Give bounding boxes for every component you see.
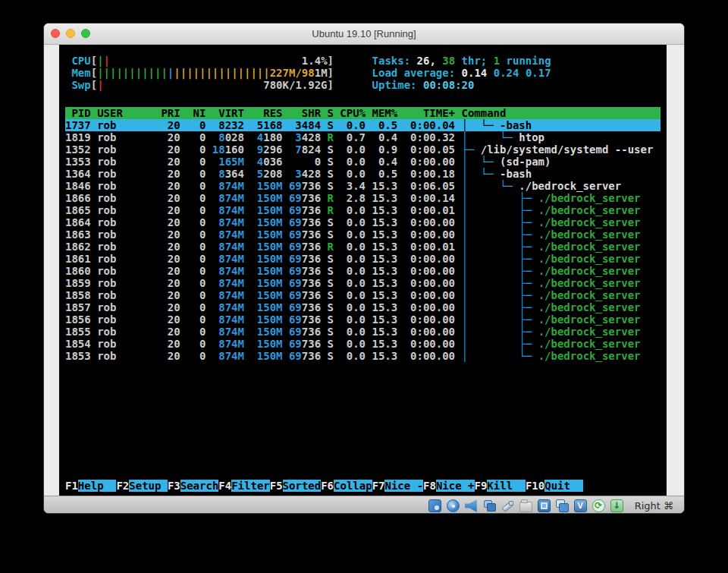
command-text: ./bedrock_server [538,228,641,241]
tree-branch: ├─ [461,143,480,156]
load-average: Load average: 0.14 0.24 0.17 [372,67,551,79]
optical-disc-icon[interactable] [447,499,460,512]
tasks-summary: Tasks: 26, 38 thr; 1 running [372,55,551,67]
command-text: ./bedrock_server [538,192,641,204]
command-text: ./bedrock_server [519,180,621,192]
process-row-1353[interactable]: 1353rob200165M40360S0.00.40:00.00│ └─ (s… [65,156,661,168]
command-text: (sd-pam) [500,156,551,168]
hard-disk-icon[interactable] [428,499,441,512]
column-header-mem[interactable]: MEM% [366,107,397,119]
fkey-f2-setup[interactable]: F2Setup [116,480,167,492]
tree-branch: │ ├─ [461,192,538,204]
command-text: ./bedrock_server [538,313,641,326]
tree-branch: │ ├─ [461,228,538,241]
features-icon[interactable] [574,499,587,512]
recording-icon[interactable] [556,499,569,512]
vm-display-area: CPU[||1.4%]Mem[|||||||||||||||||||||||||… [44,45,684,496]
usb-icon[interactable] [501,499,514,512]
command-text: htop [519,131,544,143]
fkey-f8-nice[interactable]: F8Nice + [423,480,474,492]
process-row-1863[interactable]: 1863rob200874M150M69736S0.015.30:00.00│ … [65,228,661,241]
process-row-1856[interactable]: 1856rob200874M150M69736S0.015.30:00.00│ … [65,313,661,326]
process-row-1859[interactable]: 1859rob200874M150M69736S0.015.30:00.00│ … [65,277,661,289]
process-row-1866[interactable]: 1866rob200874M150M69736R2.815.30:00.14│ … [65,192,661,204]
desktop: Ubuntu 19.10 [Running] CPU[||1.4%]Mem[||… [0,0,728,573]
process-row-1352[interactable]: 1352rob2001816092967824S0.00.90:00.05├─ … [65,143,661,156]
tree-branch: │ ├─ [461,326,538,338]
process-row-1858[interactable]: 1858rob200874M150M69736S0.015.30:00.00│ … [65,289,661,301]
column-header-virt[interactable]: VIRT [206,107,244,119]
htop-header: CPU[||1.4%]Mem[|||||||||||||||||||||||||… [65,55,661,91]
column-header-pri[interactable]: PRI [155,107,180,119]
host-key-label: Right ⌘ [635,500,673,512]
tree-branch: │ ├─ [461,277,538,289]
process-row-1854[interactable]: 1854rob200874M150M69736S0.015.30:00.00│ … [65,338,661,350]
command-text: ./bedrock_server [538,204,641,216]
fkey-f9-kill[interactable]: F9Kill [475,480,526,492]
process-row-1364[interactable]: 1364rob200836452083428S0.00.50:00.18│ └─… [65,168,661,180]
process-row-1846[interactable]: 1846rob200874M150M69736S3.415.30:06.05│ … [65,180,661,192]
process-row-1855[interactable]: 1855rob200874M150M69736S0.015.30:00.00│ … [65,326,661,338]
command-text: ./bedrock_server [538,277,641,289]
uptime: Uptime: 00:08:20 [372,79,551,91]
cpu-meter: CPU[||1.4%] [71,55,334,67]
fkey-f5-sorted[interactable]: F5Sorted [270,480,321,492]
fkey-f7-nice[interactable]: F7Nice - [372,480,423,492]
column-header-user[interactable]: USER [91,107,155,119]
column-header-time[interactable]: TIME+ [397,107,455,119]
function-key-bar: F1Help F2Setup F3SearchF4FilterF5SortedF… [65,480,661,492]
process-row-1819[interactable]: 1819rob200802841803428R0.70.40:00.32│ └─… [65,131,661,143]
window-titlebar[interactable]: Ubuntu 19.10 [Running] [44,24,684,45]
fkey-f1-help[interactable]: F1Help [65,480,116,492]
tree-branch: │ └─ [461,131,519,143]
column-header-res[interactable]: RES [244,107,283,119]
tree-branch: │ ├─ [461,253,538,265]
process-row-1864[interactable]: 1864rob200874M150M69736S0.015.30:00.00│ … [65,216,661,228]
process-row-1853[interactable]: 1853rob200874M150M69736S0.015.30:00.00│ … [65,350,661,362]
column-header-shr[interactable]: SHR [283,107,322,119]
process-row-1857[interactable]: 1857rob200874M150M69736S0.015.30:00.00│ … [65,301,661,313]
mouse-integration-icon[interactable] [592,499,605,512]
command-text: ./bedrock_server [538,326,641,338]
tree-branch: │ └─ [461,168,500,180]
command-text: ./bedrock_server [538,350,641,362]
column-header-pid[interactable]: PID [65,107,91,119]
fkey-f3-search[interactable]: F3Search [168,480,218,492]
meters: CPU[||1.4%]Mem[|||||||||||||||||||||||||… [65,55,334,91]
command-text: -bash [500,119,532,131]
mem-meter: Mem[|||||||||||||||||||||||||||227M/981M… [71,67,334,79]
swp-meter: Swp[|780K/1.92G] [71,79,334,91]
network-icon[interactable] [483,499,496,512]
keyboard-icon[interactable] [610,499,623,512]
fkey-f4-filter[interactable]: F4Filter [218,480,269,492]
fkey-f10-quit[interactable]: F10Quit [526,480,583,492]
column-header-ni[interactable]: NI [180,107,206,119]
process-row-1861[interactable]: 1861rob200874M150M69736S0.015.30:00.00│ … [65,253,661,265]
shared-folders-icon[interactable] [519,502,532,512]
process-row-1860[interactable]: 1860rob200874M150M69736S0.015.30:00.00│ … [65,265,661,277]
column-header-s[interactable]: S [321,107,334,119]
window-title: Ubuntu 19.10 [Running] [44,24,684,44]
tree-branch: │ └─ [461,156,500,168]
process-row-1737[interactable]: 1737rob200823251683484S0.00.50:00.04│ └─… [65,119,661,131]
audio-icon[interactable] [465,499,478,512]
tree-branch: │ ├─ [461,313,538,326]
command-text: -bash [500,168,532,180]
column-header-cpu[interactable]: CPU% [334,107,366,119]
process-row-1865[interactable]: 1865rob200874M150M69736R0.015.30:00.01│ … [65,204,661,216]
process-table-body: 1737rob200823251683484S0.00.50:00.04│ └─… [65,119,661,362]
tree-branch: │ ├─ [461,204,538,216]
tree-branch: │ └─ [461,180,519,192]
htop-terminal: CPU[||1.4%]Mem[|||||||||||||||||||||||||… [59,45,667,496]
column-header-command[interactable]: Command [455,107,661,119]
command-text: ./bedrock_server [538,241,641,253]
table-header-row: PIDUSERPRINIVIRTRESSHRSCPU%MEM%TIME+Comm… [65,107,661,119]
tree-branch: │ └─ [461,119,500,131]
display-icon[interactable] [538,499,551,512]
tree-branch: │ ├─ [461,301,538,313]
fkey-f6-collap[interactable]: F6Collap [321,480,372,492]
header-stats: Tasks: 26, 38 thr; 1 runningLoad average… [372,55,551,91]
vm-window: Ubuntu 19.10 [Running] CPU[||1.4%]Mem[||… [43,23,685,514]
tree-branch: │ ├─ [461,338,538,350]
process-row-1862[interactable]: 1862rob200874M150M69736R0.015.30:00.01│ … [65,241,661,253]
